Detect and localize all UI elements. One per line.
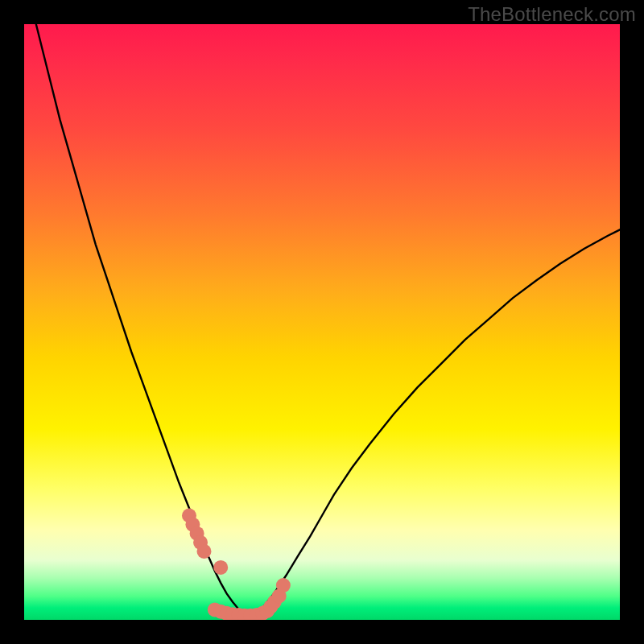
marker-dot	[276, 578, 291, 592]
chart-frame: TheBottleneck.com	[0, 0, 644, 644]
marker-dot	[196, 544, 211, 559]
plot-area	[24, 24, 620, 620]
watermark-text: TheBottleneck.com	[468, 3, 636, 26]
markers-group	[182, 509, 291, 621]
chart-svg	[24, 24, 620, 620]
curve-right	[250, 229, 620, 617]
marker-dot	[213, 560, 228, 575]
curve-right-group	[250, 229, 620, 617]
curve-left-group	[36, 24, 250, 617]
curve-left	[36, 24, 250, 617]
